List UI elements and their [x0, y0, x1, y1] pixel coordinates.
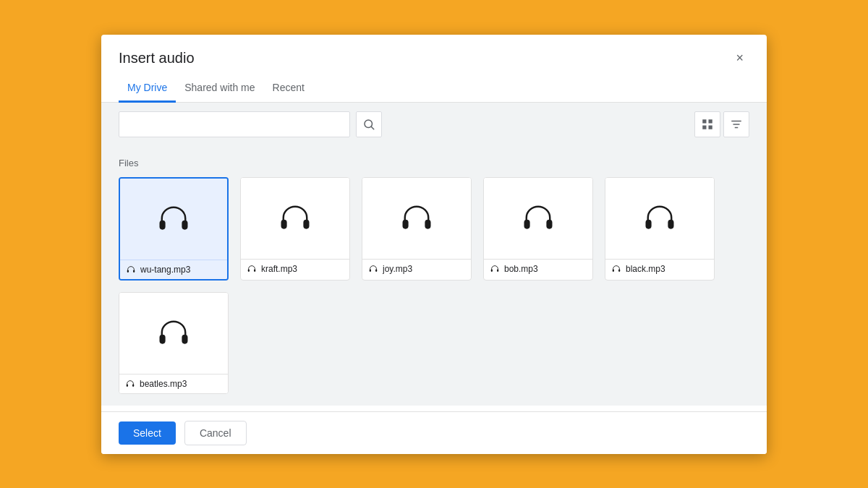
sort-button[interactable] [723, 111, 749, 137]
tab-my-drive[interactable]: My Drive [119, 74, 176, 103]
svg-rect-19 [370, 269, 371, 272]
cancel-button[interactable]: Cancel [184, 421, 247, 445]
file-name-black: black.mp3 [626, 264, 665, 274]
file-thumb-black [605, 178, 714, 259]
file-info-bob: bob.mp3 [484, 259, 592, 278]
content-area: Files [101, 146, 767, 406]
file-name-wu-tang: wu-tang.mp3 [140, 265, 190, 275]
svg-rect-4 [702, 125, 706, 129]
search-icon [362, 118, 375, 131]
file-name-joy: joy.mp3 [383, 264, 412, 274]
small-headphone-icon-black [611, 264, 621, 274]
tab-recent[interactable]: Recent [264, 74, 313, 103]
file-tile-wu-tang[interactable]: wu-tang.mp3 [119, 177, 229, 281]
headphone-icon-kraft [276, 200, 314, 237]
file-info-beatles: beatles.mp3 [119, 374, 228, 393]
view-controls [694, 111, 749, 137]
svg-rect-18 [425, 219, 430, 228]
file-thumb-beatles [119, 293, 228, 374]
small-headphone-icon-wu-tang [126, 265, 136, 275]
file-thumb-bob [484, 178, 592, 259]
svg-line-1 [371, 127, 373, 129]
content-wrapper: Files [101, 146, 767, 411]
file-info-wu-tang: wu-tang.mp3 [120, 260, 227, 279]
svg-rect-13 [281, 219, 287, 228]
svg-rect-24 [497, 269, 498, 272]
file-tile-joy[interactable]: joy.mp3 [362, 177, 472, 281]
svg-rect-15 [248, 269, 250, 272]
sort-icon [730, 118, 743, 131]
svg-rect-12 [133, 270, 135, 273]
svg-rect-10 [182, 220, 187, 229]
file-tile-bob[interactable]: bob.mp3 [483, 177, 593, 281]
file-tile-kraft[interactable]: kraft.mp3 [240, 177, 350, 281]
tab-shared-with-me[interactable]: Shared with me [176, 74, 263, 103]
small-headphone-icon-bob [490, 264, 500, 274]
search-button[interactable] [356, 111, 382, 137]
small-headphone-icon-joy [368, 264, 378, 274]
file-info-kraft: kraft.mp3 [241, 259, 349, 278]
files-section-label: Files [119, 158, 749, 168]
grid-view-button[interactable] [694, 111, 720, 137]
file-name-kraft: kraft.mp3 [261, 264, 297, 274]
small-headphone-icon-beatles [125, 379, 135, 389]
svg-rect-2 [702, 119, 706, 123]
search-input[interactable] [119, 111, 350, 137]
svg-rect-11 [127, 270, 129, 273]
insert-audio-dialog: Insert audio × My Drive Shared with me R… [101, 35, 767, 454]
small-headphone-icon-kraft [247, 264, 257, 274]
grid-icon [701, 118, 714, 131]
svg-rect-3 [709, 119, 712, 123]
svg-rect-5 [709, 125, 712, 129]
headphone-icon-bob [519, 200, 557, 237]
dialog-header: Insert audio × [101, 35, 767, 69]
svg-rect-27 [613, 269, 614, 272]
headphone-icon-black [641, 200, 678, 237]
svg-rect-30 [182, 334, 187, 343]
headphone-icon-joy [398, 200, 435, 237]
svg-point-0 [365, 120, 373, 128]
file-thumb-wu-tang [120, 179, 227, 260]
svg-rect-31 [127, 384, 128, 387]
select-button[interactable]: Select [119, 421, 176, 445]
search-bar [101, 103, 767, 146]
svg-rect-9 [160, 220, 166, 229]
svg-rect-28 [618, 269, 620, 272]
file-tile-beatles[interactable]: beatles.mp3 [119, 292, 229, 394]
dialog-footer: Select Cancel [101, 411, 767, 454]
file-name-bob: bob.mp3 [504, 264, 538, 274]
file-info-black: black.mp3 [605, 259, 714, 278]
files-grid: wu-tang.mp3 [119, 177, 749, 394]
svg-rect-32 [132, 384, 134, 387]
headphone-icon-beatles [155, 314, 192, 352]
file-name-beatles: beatles.mp3 [140, 379, 187, 389]
svg-rect-14 [303, 219, 309, 228]
svg-rect-25 [646, 219, 652, 228]
file-tile-black[interactable]: black.mp3 [605, 177, 715, 281]
svg-rect-23 [491, 269, 493, 272]
svg-rect-22 [546, 219, 552, 228]
svg-rect-26 [668, 219, 673, 228]
svg-rect-21 [524, 219, 530, 228]
svg-rect-29 [160, 334, 166, 343]
dialog-title: Insert audio [119, 50, 195, 67]
file-thumb-kraft [241, 178, 349, 259]
headphone-icon-wu-tang [155, 200, 192, 238]
file-thumb-joy [362, 178, 471, 259]
close-button[interactable]: × [730, 48, 749, 69]
svg-rect-20 [375, 269, 377, 272]
tab-bar: My Drive Shared with me Recent [101, 74, 767, 103]
file-info-joy: joy.mp3 [362, 259, 471, 278]
svg-rect-17 [403, 219, 409, 228]
svg-rect-16 [254, 269, 255, 272]
